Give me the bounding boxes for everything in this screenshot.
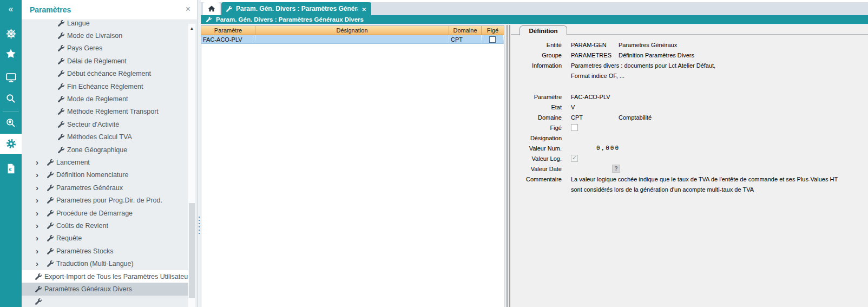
table-row-selected[interactable]: FAC-ACO-PLV CPT [201,35,504,44]
tab-home[interactable] [203,2,220,15]
field-value: V [571,104,619,110]
tree-item-mode-reglement[interactable]: Mode de Reglement [22,93,188,105]
wrench-icon [58,70,64,77]
tree-item-secteur-activite[interactable]: Secteur d'Activité [22,118,188,130]
wrench-icon [47,223,54,229]
splitter-grip-icon[interactable] [199,217,200,235]
tree-item-methodes-calcul-tva[interactable]: Méthodes Calcul TVA [22,131,188,143]
field-label: Valeur Log. [511,155,562,162]
invoice-euro-icon[interactable]: € [0,159,22,178]
tree-group-parametres-stocks[interactable]: Paramètres Stocks [22,245,188,257]
field-information-line1: Information Parametres divers : document… [511,60,868,70]
icon-rail: € [0,0,22,307]
tree-item-label: Export-Import de Tous les Paramètres Uti… [44,273,194,280]
column-header-designation[interactable]: Désignation [255,26,449,35]
field-valeur-date: Valeur Date ? [511,164,868,174]
close-icon[interactable] [186,4,190,14]
column-header-parametre[interactable]: Paramètre [201,26,255,35]
tree-item-zone-geographique[interactable]: Zone Géographique [22,143,188,156]
helm-wheel-icon[interactable] [0,24,22,43]
tree-item-partial[interactable] [22,296,188,307]
wrench-icon [47,159,54,166]
tree-scrollbar[interactable] [188,24,195,307]
wrench-icon [58,147,64,153]
field-label: Figé [511,125,562,131]
tree-group-definition-nomenclature[interactable]: Définition Nomenclature [22,169,188,181]
definition-tab-strip: Définition [511,25,868,35]
field-etat: Etat V [511,102,868,112]
search-icon[interactable] [0,89,22,108]
tree-item-pays-geres[interactable]: Pays Geres [22,42,188,55]
field-entite: Entité PARAM-GEN Parametres Généraux [511,40,868,50]
fige-checkbox[interactable] [489,36,496,43]
wrench-icon [47,235,54,241]
tree-item-label: Délai de Règlement [67,57,127,65]
field-label: Groupe [511,52,562,58]
view-title: Param. Gén. Divers : Paramètres Généraux… [216,16,364,23]
field-value: sont considérés lors de la génération d'… [571,186,754,193]
tree-item-export-import[interactable]: Export-Import de Tous les Paramètres Uti… [22,270,188,283]
field-value: Parametres divers : documents pour Lct A… [571,62,715,69]
field-domaine: Domaine CPT Comptabilité [511,112,868,122]
tree-group-requete[interactable]: Requête [22,232,188,245]
tree-item-fin-echeance[interactable]: Fin Echéance Règlement [22,80,188,93]
tab-active-param-gen-divers[interactable]: Param. Gén. Divers : Paramètres Généra..… [221,2,371,15]
tree-group-couts-de-revient[interactable]: Coûts de Revient [22,219,188,232]
tree-group-lancement[interactable]: Lancement [22,156,188,168]
tree-item-parametres-generaux-divers-selected[interactable]: Paramètres Généraux Divers [22,283,188,295]
tree-group-parametres-generaux[interactable]: Parametres Généraux [22,181,188,194]
table-detail-splitter[interactable] [507,25,510,307]
tab-close-icon[interactable] [362,4,366,14]
field-value: La valeur logique cochée indique que le … [571,176,838,182]
chevron-right-icon [36,159,42,166]
column-header-domaine[interactable]: Domaine [449,26,482,35]
view-title-bar: Param. Gén. Divers : Paramètres Généraux… [201,15,868,24]
date-picker-button[interactable]: ? [612,165,620,173]
tree-item-label: Mode de Reglement [67,95,128,103]
wrench-icon [58,58,64,64]
settings-gear-active[interactable] [0,134,22,154]
field-label: Commentaire [511,176,562,182]
tree-item-delai-reglement[interactable]: Délai de Règlement [22,55,188,67]
wrench-icon [58,83,64,90]
fige-detail-checkbox[interactable] [571,124,578,131]
search-location-icon[interactable] [0,114,22,132]
tree-item-label: Définition Nomenclature [56,171,128,179]
field-label: Entité [511,42,562,48]
chevron-right-icon [36,248,42,254]
tree-item-debut-echeance[interactable]: Début échéance Règlement [22,68,188,80]
chevron-right-icon [36,210,42,217]
star-favorites-icon[interactable] [0,44,22,63]
tree-group-procedure-demarrage[interactable]: Procédure de Démarrage [22,207,188,219]
tree-group-parametres-prog-dir-prod[interactable]: Parametres pour Prog.Dir. de Prod. [22,194,188,206]
wrench-icon [206,17,212,22]
field-label: Paramètre [511,94,562,100]
field-fige: Figé [511,122,868,133]
tree-group-traduction-multi-langue[interactable]: Traduction (Multi-Langue) [22,257,188,270]
helm-wheel-icon [5,28,17,40]
scroll-up-arrow-icon[interactable] [188,26,195,32]
valeur-log-checkbox[interactable] [571,155,578,162]
tab-definition[interactable]: Définition [520,25,567,35]
wrench-icon [35,298,42,305]
wrench-icon [58,32,64,39]
home-icon [208,5,215,12]
tree-item-label: Méthodes Calcul TVA [67,133,132,141]
tree-item-methode-reglement-transport[interactable]: Méthode Règlement Transport [22,106,188,118]
column-header-fige[interactable]: Figé [482,26,504,35]
field-label: Valeur Num. [511,145,562,152]
main-area: Param. Gén. Divers : Paramètres Généra..… [201,0,868,307]
wrench-icon [58,108,64,115]
field-value: Format indice OF, ... [571,73,624,79]
cell-domaine: CPT [449,35,482,43]
tree-item-label: Procédure de Démarrage [56,210,133,217]
tree-main-splitter[interactable] [198,0,201,307]
field-value: CPT [571,114,619,121]
tree-item-label: Langue [67,19,90,27]
field-information-line2: Format indice OF, ... [511,70,868,81]
scrollbar-thumb[interactable] [189,203,195,298]
collapse-panel-icon[interactable] [0,0,22,18]
monitor-icon[interactable] [0,68,22,87]
wrench-icon [47,210,54,217]
tree-item-mode-livraison[interactable]: Mode de Livraison [22,29,188,42]
